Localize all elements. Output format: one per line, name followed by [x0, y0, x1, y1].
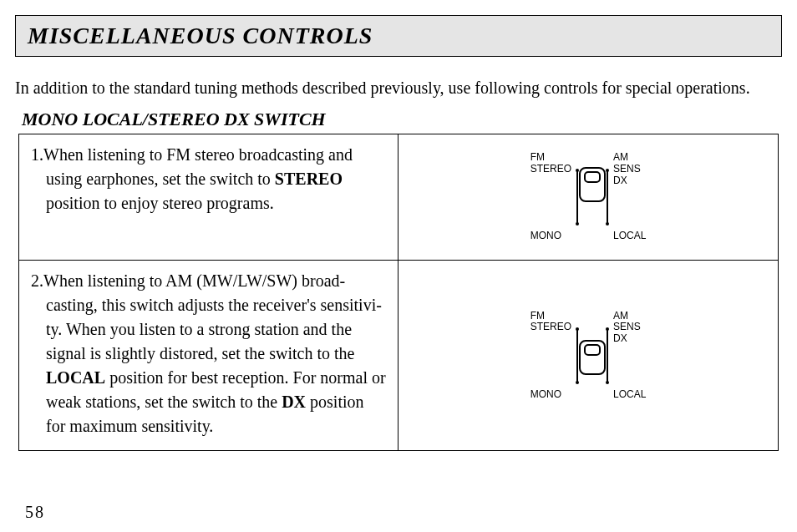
label-fm-stereo: FM STEREO [530, 152, 571, 175]
step-1: 1.When listening to FM stereo broadcasti… [31, 143, 386, 215]
switch-knob [579, 167, 606, 202]
step-bold: DX [282, 393, 306, 411]
instruction-cell: 1.When listening to FM stereo broadcasti… [19, 134, 398, 260]
figure-cell: FM STEREO MONO [398, 134, 778, 260]
table-row: 1.When listening to FM stereo broadcasti… [19, 134, 778, 260]
switch-left-labels: FM STEREO MONO [530, 152, 576, 242]
step-number: 2. [31, 271, 43, 290]
dot-icon [606, 327, 609, 331]
step-text: When listening to AM (MW/LW/SW) broad-ca… [43, 271, 382, 362]
switch-diagram-local: FM STEREO MONO [530, 311, 647, 401]
table-row: 2.When listening to AM (MW/LW/SW) broad-… [19, 260, 778, 450]
track-right [607, 329, 608, 383]
switch-right-labels: AM SENS DX LOCAL [608, 311, 646, 401]
knob-grip-icon [584, 344, 601, 356]
subsection-heading: MONO LOCAL/STEREO DX SWITCH [22, 109, 782, 130]
step-text: position to enjoy stereo programs. [46, 194, 274, 212]
switch-slider [576, 170, 608, 224]
instruction-cell: 2.When listening to AM (MW/LW/SW) broad-… [19, 261, 398, 450]
switch-diagram-stereo: FM STEREO MONO [530, 152, 647, 242]
knob-slot [578, 170, 607, 224]
figure-cell: FM STEREO MONO [398, 261, 778, 450]
dot-icon [606, 169, 609, 172]
manual-page: MISCELLANEOUS CONTROLS In addition to th… [0, 0, 797, 451]
intro-paragraph: In addition to the standard tuning metho… [15, 77, 782, 99]
switch-knob [579, 340, 606, 375]
label-mono: MONO [530, 389, 571, 401]
label-local: LOCAL [613, 231, 646, 242]
step-bold: LOCAL [46, 368, 105, 387]
dot-icon [606, 381, 609, 384]
step-bold: STEREO [275, 170, 343, 188]
switch-slider [576, 329, 608, 383]
page-number: 58 [25, 503, 45, 522]
instruction-table: 1.When listening to FM stereo broadcasti… [18, 134, 779, 451]
switch-right-labels: AM SENS DX LOCAL [608, 152, 646, 242]
switch-left-labels: FM STEREO MONO [530, 311, 576, 401]
label-am-sens-dx: AM SENS DX [613, 311, 646, 345]
dot-icon [606, 222, 609, 225]
section-title: MISCELLANEOUS CONTROLS [28, 23, 373, 48]
step-number: 1. [31, 145, 43, 164]
knob-slot [578, 329, 607, 383]
label-am-sens-dx: AM SENS DX [613, 152, 646, 186]
step-2: 2.When listening to AM (MW/LW/SW) broad-… [31, 269, 386, 438]
section-title-box: MISCELLANEOUS CONTROLS [15, 15, 782, 57]
track-right [607, 170, 608, 224]
label-local: LOCAL [613, 389, 646, 401]
label-mono: MONO [530, 231, 571, 242]
knob-grip-icon [584, 171, 601, 183]
label-fm-stereo: FM STEREO [530, 311, 571, 334]
